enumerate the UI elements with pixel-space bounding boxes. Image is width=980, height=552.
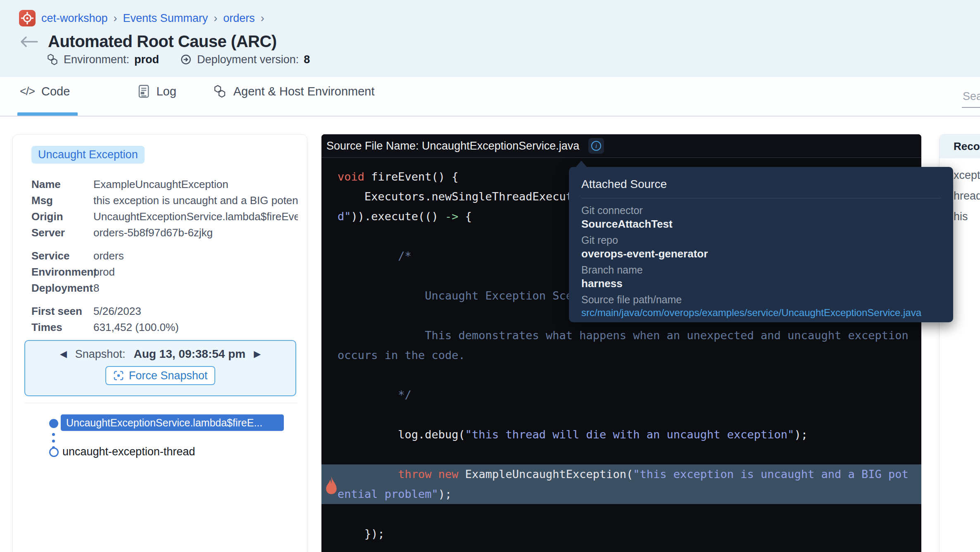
right-panel-item[interactable]: hread- [954, 190, 980, 202]
snapshot-next-icon[interactable]: ▶ [254, 350, 261, 359]
arc-page: cet-workshop›Events Summary›orders› Auto… [0, 0, 980, 552]
title-row: Automated Root Cause (ARC) [20, 32, 277, 51]
right-panel-item[interactable]: his [954, 210, 980, 223]
meta-row: Environment: prod Deployment version: 8 [46, 53, 310, 66]
tooltip-row-label: Branch name [581, 264, 941, 276]
code-line: throw new ExampleUncaughtException("this… [321, 464, 921, 484]
event-fields: NameExampleUncaughtExceptionMsgthis exce… [31, 176, 298, 335]
field-label: First seen [31, 303, 93, 319]
field-value: 5/26/2023 [93, 303, 298, 319]
code-panel-header: Source File Name: UncaughtExceptionServi… [321, 134, 921, 158]
field-label: Environment [31, 264, 93, 280]
code-line [321, 365, 921, 385]
back-arrow-icon[interactable] [20, 36, 38, 48]
environment-value: prod [134, 53, 159, 66]
log-icon [138, 85, 150, 98]
deployment-label: Deployment version: [197, 53, 299, 66]
tooltip-title: Attached Source [581, 178, 941, 191]
code-line: ential problem"); [321, 484, 921, 504]
right-panel-header: Reco [940, 135, 980, 158]
snapshot-label: Snapshot: [75, 348, 126, 361]
field-value: prod [93, 264, 298, 280]
tooltip-row-value: harness [581, 277, 941, 290]
field-value: 631,452 (100.0%) [93, 319, 298, 335]
environment-hexagons-icon [46, 53, 59, 66]
snapshot-value: Aug 13, 09:38:54 pm [133, 347, 245, 361]
page-title: Automated Root Cause (ARC) [48, 32, 277, 51]
tab-label: Code [41, 85, 70, 98]
breadcrumb-separator-icon: › [261, 12, 264, 25]
breadcrumb-separator-icon: › [114, 12, 117, 25]
svg-text:i: i [595, 143, 597, 149]
code-line [321, 445, 921, 464]
tab-code[interactable]: </>Code [20, 85, 70, 98]
code-line: }); [321, 524, 921, 544]
field-value: 8 [93, 280, 298, 296]
environment-label: Environment: [64, 53, 129, 66]
source-file-name: Source File Name: UncaughtExceptionServi… [326, 140, 579, 152]
field-label: Origin [31, 209, 93, 225]
stack-thread-ring-icon [49, 447, 59, 457]
field-group: First seen5/26/2023Times631,452 (100.0%) [31, 303, 298, 335]
stack-thread-item[interactable]: uncaught-exception-thread [62, 445, 195, 458]
field-value: this exception is uncaught and a BIG pot… [93, 193, 298, 209]
tab-agent-host-environment[interactable]: Agent & Host Environment [213, 84, 375, 98]
tabs: </>CodeLogAgent & Host Environment [20, 84, 375, 98]
search-input[interactable] [962, 90, 980, 108]
field-label: Deployment [31, 280, 93, 296]
tab-bar: </>CodeLogAgent & Host Environment [0, 77, 980, 117]
breadcrumb-separator-icon: › [214, 12, 217, 25]
right-panel-item[interactable]: xcepti [954, 169, 980, 181]
attached-source-tooltip: Attached Source Git connectorSourceAttac… [569, 167, 953, 322]
target-logo-icon[interactable] [19, 10, 36, 26]
breadcrumb-link[interactable]: Events Summary [123, 12, 208, 25]
field-row: NameExampleUncaughtException [31, 176, 298, 193]
deployment-icon [180, 53, 192, 66]
field-row: Environmentprod [31, 264, 298, 280]
deployment-value: 8 [304, 53, 310, 66]
info-icon[interactable]: i [588, 138, 604, 154]
code-line [321, 405, 921, 425]
tooltip-row-value: overops-event-generator [581, 247, 941, 260]
breadcrumb-link[interactable]: cet-workshop [41, 12, 108, 25]
code-line [321, 504, 921, 524]
field-row: Deployment8 [31, 280, 298, 296]
field-label: Server [31, 225, 93, 241]
field-row: OriginUncaughtExceptionService.lambda$fi… [31, 209, 298, 225]
snapshot-box: ◀ Snapshot: Aug 13, 09:38:54 pm ▶ Force … [24, 340, 296, 396]
code-icon: </> [20, 85, 35, 98]
force-snapshot-label: Force Snapshot [129, 369, 208, 382]
tab-log[interactable]: Log [138, 85, 176, 98]
event-type-badge[interactable]: Uncaught Exception [31, 146, 145, 164]
tab-label: Log [156, 85, 176, 98]
field-group: NameExampleUncaughtExceptionMsgthis exce… [31, 176, 298, 241]
search-wrap [962, 90, 980, 108]
code-line: occurs in the code. [321, 345, 921, 365]
page-header: cet-workshop›Events Summary›orders› Auto… [0, 0, 980, 77]
tab-label: Agent & Host Environment [233, 85, 375, 98]
field-value: orders-5b8f97d67b-6zjkg [93, 225, 298, 241]
tab-divider [0, 116, 980, 117]
field-label: Service [31, 248, 93, 264]
stack-frame-selected[interactable]: UncaughtExceptionService.lambda$fireE... [61, 414, 284, 431]
field-value: orders [93, 248, 298, 264]
source-file-link[interactable]: src/main/java/com/overops/examples/servi… [581, 307, 941, 319]
snapshot-prev-icon[interactable]: ◀ [60, 350, 67, 359]
hexagons-icon [213, 84, 227, 98]
tooltip-row-value: SourceAttachTest [581, 218, 941, 231]
code-line: log.debug("this thread will die with an … [321, 425, 921, 445]
breadcrumb-link[interactable]: orders [223, 12, 255, 25]
snapshot-focus-icon [113, 370, 124, 381]
tooltip-separator [581, 198, 941, 198]
event-card: Uncaught Exception NameExampleUncaughtEx… [12, 134, 307, 552]
field-group: ServiceordersEnvironmentprodDeployment8 [31, 248, 298, 296]
field-label: Times [31, 319, 93, 335]
field-value: ExampleUncaughtException [93, 176, 298, 193]
tooltip-row-label: Git repo [581, 234, 941, 246]
flame-icon [324, 475, 338, 501]
card-divider [24, 403, 298, 403]
tooltip-row-label: Git connector [581, 205, 941, 217]
tooltip-rows: Git connectorSourceAttachTestGit repoove… [581, 205, 941, 319]
code-line: */ [321, 385, 921, 405]
force-snapshot-button[interactable]: Force Snapshot [105, 366, 215, 385]
